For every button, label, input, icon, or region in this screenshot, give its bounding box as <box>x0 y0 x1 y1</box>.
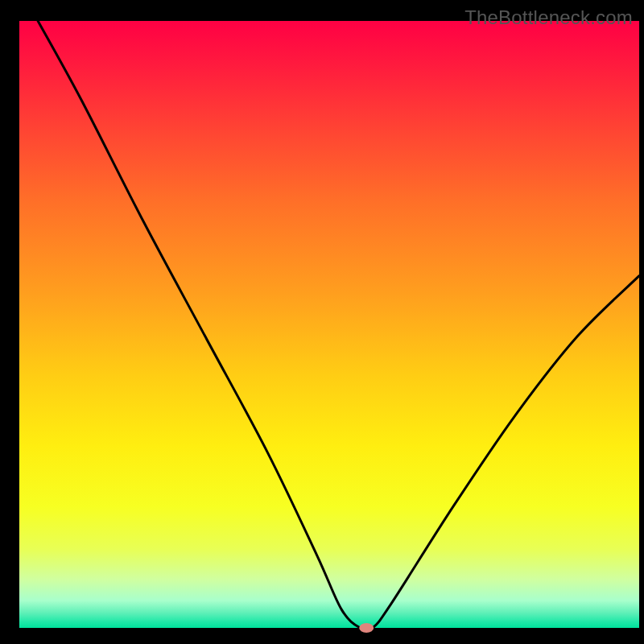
plot-background <box>19 21 639 628</box>
sweet-spot-marker <box>359 623 374 633</box>
chart-container: TheBottleneck.com <box>0 0 644 644</box>
watermark: TheBottleneck.com <box>464 6 633 29</box>
bottleneck-chart <box>0 0 644 644</box>
